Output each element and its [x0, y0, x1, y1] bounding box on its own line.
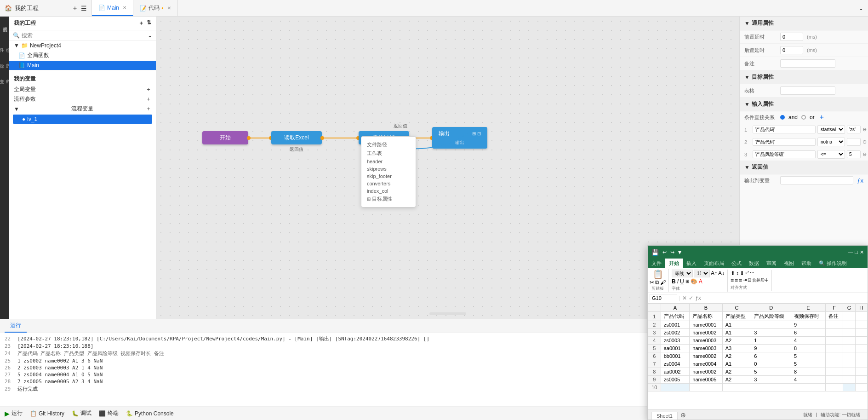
cell-1h[interactable]: [855, 312, 867, 321]
tree-main[interactable]: 📘 Main: [9, 61, 156, 70]
popup-row-skiprows[interactable]: skiprows: [367, 165, 410, 173]
output-var-input[interactable]: [780, 176, 853, 184]
ribbon-tab-view[interactable]: 视图: [780, 259, 798, 268]
cond-remove-2[interactable]: ⊖: [862, 139, 867, 145]
cell-10c[interactable]: [722, 384, 751, 391]
ribbon-tab-formula[interactable]: 公式: [728, 259, 745, 268]
excel-close[interactable]: ✕: [860, 249, 864, 255]
cell-2f[interactable]: [825, 321, 843, 329]
col-f-header[interactable]: F: [825, 304, 843, 312]
cell-8f[interactable]: [825, 368, 843, 376]
font-size-select[interactable]: 11: [694, 270, 710, 277]
cell-1e[interactable]: 视频保存时: [791, 312, 826, 321]
cell-10e[interactable]: [791, 384, 826, 391]
cell-6b[interactable]: name0002: [690, 352, 722, 360]
ribbon-tab-review[interactable]: 审阅: [763, 259, 780, 268]
cell-2d[interactable]: [751, 321, 791, 329]
run-tab[interactable]: 运行: [5, 319, 27, 333]
cell-7b[interactable]: name0004: [690, 360, 722, 368]
cell-9f[interactable]: [825, 376, 843, 384]
ribbon-tab-help[interactable]: 帮助: [798, 259, 815, 268]
add-icon[interactable]: ＋: [72, 4, 78, 12]
and-radio[interactable]: [780, 115, 785, 120]
cell-8c[interactable]: A2: [722, 368, 751, 376]
tab-main-close[interactable]: ✕: [123, 5, 126, 10]
ribbon-tab-data[interactable]: 数据: [745, 259, 763, 268]
flow-vars-section[interactable]: ▼ 流程变量 ＋: [9, 104, 156, 114]
col-c-header[interactable]: C: [722, 304, 751, 312]
cell-4e[interactable]: 4: [791, 337, 826, 345]
add-condition-btn[interactable]: ＋: [818, 113, 825, 121]
cell-9d[interactable]: 3: [751, 376, 791, 384]
font-color-icon[interactable]: A: [699, 278, 702, 285]
cell-10a[interactable]: [661, 384, 690, 391]
table-input[interactable]: [780, 86, 835, 95]
cell-7e[interactable]: 5: [791, 360, 826, 368]
insert-function-icon[interactable]: ƒx: [695, 295, 701, 301]
add-sheet-btn[interactable]: ⊕: [678, 410, 689, 420]
bold-btn[interactable]: B: [672, 278, 676, 285]
popup-row-sheet[interactable]: 工作表: [367, 149, 410, 158]
or-radio[interactable]: [801, 115, 806, 120]
cond-op-1[interactable]: startswi notna <= =: [817, 125, 845, 134]
cut-icon[interactable]: ✂: [650, 279, 654, 286]
tree-global-func[interactable]: 📄 全局函数: [9, 50, 156, 61]
collapse-icon[interactable]: ⌄: [859, 5, 863, 12]
cell-8b[interactable]: name0002: [690, 368, 722, 376]
col-g-header[interactable]: G: [843, 304, 855, 312]
cell-8h[interactable]: [855, 368, 867, 376]
cell-1b[interactable]: 产品名称: [690, 312, 722, 321]
cond-field-3[interactable]: [753, 150, 816, 158]
cell-5a[interactable]: aa0001: [661, 345, 690, 352]
formula-input[interactable]: [703, 294, 866, 302]
tab-code-close[interactable]: ✕: [167, 6, 171, 11]
cell-7f[interactable]: [825, 360, 843, 368]
return-collapse-icon[interactable]: ▼: [744, 164, 750, 171]
excel-redo-icon[interactable]: ↪: [670, 249, 674, 255]
ribbon-tab-start[interactable]: 开始: [665, 259, 683, 268]
cell-3h[interactable]: [855, 329, 867, 337]
align-vcenter-icon[interactable]: ↕: [736, 270, 739, 276]
cell-2a[interactable]: zs0001: [661, 321, 690, 329]
cell-5f[interactable]: [825, 345, 843, 352]
wrap-text-icon[interactable]: ⇌: [745, 270, 749, 276]
h-scrollbar[interactable]: [429, 312, 466, 315]
align-right-icon[interactable]: ≡: [739, 277, 742, 284]
flow-params-section[interactable]: 流程参数 ＋: [9, 94, 156, 104]
cell-3f[interactable]: [825, 329, 843, 337]
cell-5h[interactable]: [855, 345, 867, 352]
table-wrapper[interactable]: A B C D E F G H 1 产品代码 产品名称: [648, 304, 868, 409]
global-vars-section[interactable]: 全局变量 ＋: [9, 85, 156, 94]
cell-10h[interactable]: [855, 384, 867, 391]
cell-7h[interactable]: [855, 360, 867, 368]
ribbon-tab-ops[interactable]: 🔍 操作说明: [815, 259, 851, 268]
cond-op-2[interactable]: notna startswi <=: [817, 138, 845, 146]
search-input[interactable]: [22, 32, 146, 39]
underline-btn[interactable]: U: [680, 278, 684, 285]
cell-2h[interactable]: [855, 321, 867, 329]
cell-10g[interactable]: [843, 384, 855, 391]
pre-delay-input[interactable]: [780, 33, 803, 41]
cell-6a[interactable]: bb0001: [661, 352, 690, 360]
col-h-header[interactable]: H: [855, 304, 867, 312]
output-node-box[interactable]: 输出 ⊞ ⊡ 输出: [432, 127, 487, 149]
cancel-formula-icon[interactable]: ✕: [682, 295, 687, 301]
run-btn[interactable]: ▶ 运行: [5, 409, 23, 417]
cell-8e[interactable]: 8: [791, 368, 826, 376]
cell-1c[interactable]: 产品类型: [722, 312, 751, 321]
indent-icon[interactable]: ⇥: [743, 277, 747, 284]
cell-1g[interactable]: [843, 312, 855, 321]
cell-6e[interactable]: 5: [791, 352, 826, 360]
border-icon[interactable]: ⊞: [685, 279, 689, 284]
cell-4f[interactable]: [825, 337, 843, 345]
cell-5c[interactable]: A3: [722, 345, 751, 352]
align-bottom-icon[interactable]: ⬇: [740, 270, 744, 276]
cond-remove-1[interactable]: ⊖: [862, 127, 867, 132]
output-icon-2[interactable]: ⊡: [477, 131, 481, 136]
format-painter-icon[interactable]: 🖌: [660, 279, 666, 286]
popup-row-header[interactable]: header: [367, 158, 410, 165]
cell-7a[interactable]: zs0004: [661, 360, 690, 368]
auto-fill-icon[interactable]: ⋯: [750, 270, 754, 276]
cond-remove-3[interactable]: ⊖: [862, 151, 867, 157]
cell-2b[interactable]: name0001: [690, 321, 722, 329]
